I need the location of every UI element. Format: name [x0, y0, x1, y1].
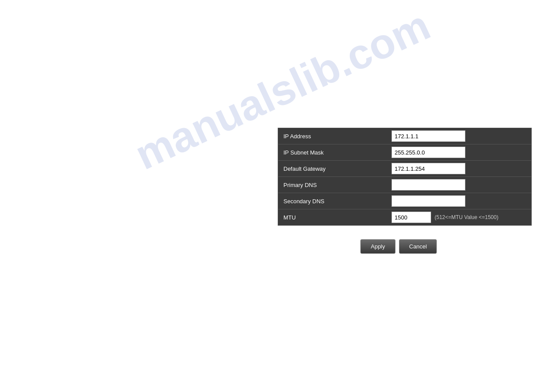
default-gateway-label: Default Gateway [278, 161, 389, 176]
secondary-dns-input[interactable] [392, 195, 465, 207]
default-gateway-row: Default Gateway [278, 161, 531, 177]
primary-dns-input-cell [389, 177, 531, 193]
ip-address-input-cell [389, 128, 531, 144]
subnet-mask-row: IP Subnet Mask [278, 144, 531, 161]
primary-dns-row: Primary DNS [278, 177, 531, 193]
default-gateway-input-cell [389, 161, 531, 176]
mtu-label: MTU [278, 209, 389, 225]
subnet-mask-input-cell [389, 144, 531, 160]
default-gateway-input[interactable] [392, 163, 465, 174]
secondary-dns-input-cell [389, 193, 531, 209]
ip-address-row: IP Address [278, 128, 531, 144]
mtu-hint: (512<=MTU Value <=1500) [435, 214, 498, 220]
ip-address-input[interactable] [392, 130, 465, 142]
apply-button[interactable]: Apply [360, 239, 395, 254]
action-buttons: Apply Cancel [360, 239, 437, 254]
secondary-dns-row: Secondary DNS [278, 193, 531, 209]
secondary-dns-label: Secondary DNS [278, 193, 389, 209]
primary-dns-input[interactable] [392, 179, 465, 191]
primary-dns-label: Primary DNS [278, 177, 389, 193]
mtu-input-cell: (512<=MTU Value <=1500) [389, 209, 531, 225]
cancel-button[interactable]: Cancel [399, 239, 437, 254]
subnet-mask-input[interactable] [392, 147, 465, 158]
subnet-mask-label: IP Subnet Mask [278, 144, 389, 160]
network-settings-form: IP Address IP Subnet Mask Default Gatewa… [278, 128, 532, 226]
ip-address-label: IP Address [278, 128, 389, 144]
mtu-row: MTU (512<=MTU Value <=1500) [278, 209, 531, 225]
mtu-input[interactable] [392, 212, 431, 223]
